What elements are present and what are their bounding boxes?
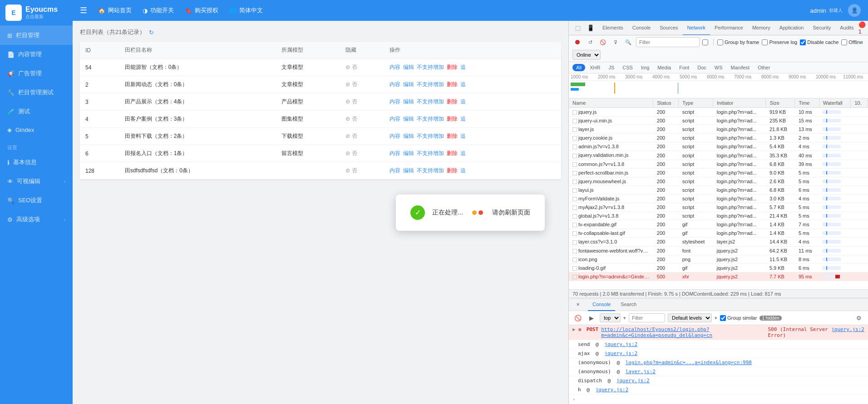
devtools-device-button[interactable]: 📱 <box>585 23 596 34</box>
topnav-lang-link[interactable]: 🌐 简体中文 <box>229 6 263 15</box>
stack-ref[interactable]: login.php?m=admin&c=...a=index&lang=cn:9… <box>626 360 752 365</box>
filter-tab-doc[interactable]: Doc <box>694 64 710 71</box>
op-内容-button[interactable]: 内容 <box>390 81 400 88</box>
tab-performance[interactable]: Performance <box>710 21 748 35</box>
expand-arrow[interactable]: ▶ <box>572 326 576 332</box>
sidebar-item-gindex[interactable]: ◈ Gindex <box>0 121 73 139</box>
op-不支持增加-button[interactable]: 不支持增加 <box>417 150 444 156</box>
console-settings-button[interactable]: ⚙ <box>853 312 864 323</box>
request-row[interactable]: global.js?v=v1.3.8 200 script login.php?… <box>569 212 868 220</box>
request-row[interactable]: layer.js 200 script login.php?m=ad... 21… <box>569 125 868 134</box>
op-编辑-button[interactable]: 编辑 <box>403 116 414 122</box>
request-row[interactable]: login.php?m=admin&c=Gindex&a=... 500 xhr… <box>569 272 868 281</box>
op-追-button[interactable]: 追 <box>460 167 466 174</box>
op-删除-button[interactable]: 删除 <box>447 133 458 139</box>
op-编辑-button[interactable]: 编辑 <box>403 167 414 174</box>
sidebar-item-columns[interactable]: ⊞ 栏目管理 <box>0 26 73 45</box>
op-追-button[interactable]: 追 <box>460 64 466 70</box>
sidebar-item-advanced[interactable]: ⚙ 高级选项 › <box>0 210 73 229</box>
filter-tab-js[interactable]: JS <box>605 64 618 71</box>
tab-sources[interactable]: Sources <box>655 21 682 35</box>
tab-audits[interactable]: Audits <box>835 21 858 35</box>
op-内容-button[interactable]: 内容 <box>390 167 400 174</box>
stack-ref[interactable]: jquery.js:2 <box>604 341 637 347</box>
log-level-select[interactable]: Default levels <box>668 313 712 322</box>
request-row[interactable]: tv-collapsable-last.gif 200 gif login.ph… <box>569 229 868 238</box>
topnav-home-link[interactable]: 🏠 网站首页 <box>98 6 132 15</box>
op-编辑-button[interactable]: 编辑 <box>403 133 414 139</box>
stack-ref[interactable]: jquery.js:2 <box>604 350 637 356</box>
devtools-error-badge[interactable]: 🔴 1 <box>858 23 868 34</box>
filter-tab-img[interactable]: Img <box>637 64 653 71</box>
sidebar-item-column-test[interactable]: 🔧 栏目管理测试 <box>0 83 73 102</box>
reload-button[interactable]: ↺ <box>585 37 595 47</box>
filter-tab-media[interactable]: Media <box>654 64 675 71</box>
tab-search[interactable]: Search <box>616 298 641 311</box>
request-row[interactable]: layui.js 200 script login.php?m=ad... 6.… <box>569 185 868 194</box>
error-url[interactable]: http://localhost/Eyoucms2/login.php?m=ad… <box>601 326 765 338</box>
op-不支持增加-button[interactable]: 不支持增加 <box>417 133 444 139</box>
op-不支持增加-button[interactable]: 不支持增加 <box>417 81 444 88</box>
record-button[interactable] <box>572 37 582 47</box>
filter-tab-ws[interactable]: WS <box>711 64 726 71</box>
op-删除-button[interactable]: 删除 <box>447 167 458 174</box>
filter-button[interactable]: ⊽ <box>611 37 621 47</box>
op-追-button[interactable]: 追 <box>460 150 466 156</box>
tab-memory[interactable]: Memory <box>748 21 775 35</box>
console-input[interactable] <box>577 396 864 402</box>
op-不支持增加-button[interactable]: 不支持增加 <box>417 64 444 70</box>
filter-tab-other[interactable]: Other <box>754 64 774 71</box>
filter-tab-xhr[interactable]: XHR <box>586 64 604 71</box>
throttle-select[interactable]: Online <box>572 50 601 60</box>
tab-console[interactable]: Console <box>628 21 655 35</box>
request-row[interactable]: jquery-ui.min.js 200 script login.php?m=… <box>569 117 868 125</box>
request-row[interactable]: fontawesome-webfont.woff?v=4.2.0 200 fon… <box>569 246 868 255</box>
request-row[interactable]: jquery.validation.min.js 200 script logi… <box>569 151 868 160</box>
offline-checkbox[interactable]: Offline <box>841 39 863 45</box>
menu-toggle-button[interactable]: ☰ <box>80 5 87 15</box>
op-内容-button[interactable]: 内容 <box>390 98 400 105</box>
op-内容-button[interactable]: 内容 <box>390 133 400 139</box>
group-similar-checkbox[interactable]: Group similar <box>720 315 757 321</box>
filter-tab-font[interactable]: Font <box>676 64 693 71</box>
topnav-features-link[interactable]: ◑ 功能开关 <box>143 6 174 15</box>
op-不支持增加-button[interactable]: 不支持增加 <box>417 98 444 105</box>
request-row[interactable]: common.js?v=v1.3.8 200 script login.php?… <box>569 160 868 168</box>
tab-application[interactable]: Application <box>775 21 809 35</box>
op-内容-button[interactable]: 内容 <box>390 150 400 156</box>
sidebar-item-visual[interactable]: 👁 可视编辑 › <box>0 172 73 191</box>
request-row[interactable]: jquery.js 200 script login.php?m=ad... 9… <box>569 108 868 117</box>
disable-cache-checkbox[interactable]: Disable cache <box>800 39 838 45</box>
op-编辑-button[interactable]: 编辑 <box>403 98 414 105</box>
tab-console-inner[interactable]: Console <box>588 298 615 311</box>
request-row[interactable]: myAjax2.js?v=v1.3.8 200 script login.php… <box>569 203 868 212</box>
request-row[interactable]: loading-0.gif 200 gif jquery.js2 5.9 KB … <box>569 263 868 272</box>
stack-ref[interactable]: jquery.js:2 <box>596 387 629 393</box>
clear-button[interactable]: 🚫 <box>598 37 608 47</box>
sidebar-item-seo[interactable]: 🔍 SEO设置 <box>0 191 73 210</box>
op-不支持增加-button[interactable]: 不支持增加 <box>417 167 444 174</box>
request-row[interactable]: icon.png 200 png jquery.js2 11.5 KB 8 ms <box>569 255 868 263</box>
refresh-button[interactable]: ↻ <box>149 29 154 36</box>
avatar[interactable]: 👤 <box>848 4 861 17</box>
request-row[interactable]: perfect-scrollbar.min.js 200 script logi… <box>569 168 868 177</box>
op-删除-button[interactable]: 删除 <box>447 98 458 105</box>
tab-security[interactable]: Security <box>808 21 835 35</box>
hide-data-urls-checkbox[interactable] <box>702 39 710 45</box>
request-row[interactable]: layer.css?v=3.1.0 200 stylesheet layer.j… <box>569 238 868 246</box>
op-内容-button[interactable]: 内容 <box>390 116 400 122</box>
topnav-purchase-link[interactable]: 🔖 购买授权 <box>185 6 218 15</box>
console-clear-button[interactable]: 🚫 <box>572 312 583 323</box>
preserve-log-checkbox[interactable]: Preserve log <box>762 39 797 45</box>
console-filter-input[interactable] <box>629 313 665 322</box>
op-不支持增加-button[interactable]: 不支持增加 <box>417 116 444 122</box>
sidebar-item-test[interactable]: 🧪 测试 <box>0 102 73 121</box>
op-编辑-button[interactable]: 编辑 <box>403 81 414 88</box>
console-close-button[interactable]: ✕ <box>572 299 583 310</box>
request-row[interactable]: jquery.cookie.js 200 script login.php?m=… <box>569 134 868 142</box>
filter-tab-manifest[interactable]: Manifest <box>727 64 754 71</box>
tab-network[interactable]: Network <box>683 21 710 35</box>
op-删除-button[interactable]: 删除 <box>447 116 458 122</box>
console-expand-button[interactable]: ▶ <box>586 312 597 323</box>
op-内容-button[interactable]: 内容 <box>390 64 400 70</box>
